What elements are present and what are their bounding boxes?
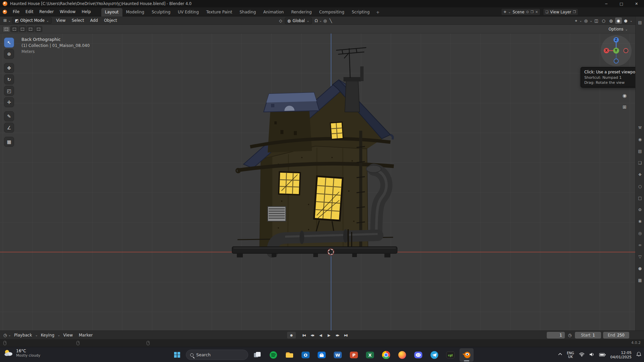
- shading-solid-icon[interactable]: ◍: [608, 17, 614, 24]
- jump-to-start-button[interactable]: ▮◀: [300, 332, 308, 339]
- select-mode-intersect[interactable]: [35, 26, 42, 32]
- falloff-icon[interactable]: ╲: [328, 18, 333, 23]
- close-icon[interactable]: ×: [535, 10, 538, 14]
- firefox-icon[interactable]: [395, 348, 409, 362]
- timeline-editor-icon[interactable]: ◷: [2, 333, 8, 338]
- options-dropdown[interactable]: Options ⌄: [606, 26, 631, 33]
- snap-magnet-icon[interactable]: Ω: [313, 18, 319, 23]
- menu-edit[interactable]: Edit: [22, 7, 36, 16]
- tab-shading[interactable]: Shading: [236, 8, 260, 16]
- tab-compositing[interactable]: Compositing: [315, 8, 348, 16]
- properties-editor-icon[interactable]: ▤: [636, 18, 644, 26]
- tab-scripting[interactable]: Scripting: [348, 8, 373, 16]
- add-workspace-button[interactable]: +: [373, 8, 382, 16]
- powerpoint-icon[interactable]: P: [347, 348, 361, 362]
- haunted-house-model[interactable]: [231, 47, 399, 261]
- excel-icon[interactable]: X: [363, 348, 377, 362]
- tab-output[interactable]: ▤: [636, 147, 644, 155]
- tab-modifiers[interactable]: ⚙: [636, 206, 644, 214]
- tool-move[interactable]: ✥: [4, 63, 14, 73]
- menu-view-timeline[interactable]: View: [60, 331, 76, 340]
- transform-pivot-icon[interactable]: ◇: [278, 18, 283, 23]
- menu-keying[interactable]: Keying: [38, 331, 57, 340]
- tool-add-cube[interactable]: ▦: [4, 137, 14, 147]
- close-button[interactable]: ✕: [629, 0, 644, 7]
- start-button[interactable]: [170, 348, 184, 362]
- menu-playback[interactable]: Playback: [11, 331, 35, 340]
- menu-help[interactable]: Help: [78, 7, 94, 16]
- select-mode-set[interactable]: [3, 26, 10, 32]
- word-icon[interactable]: W: [331, 348, 345, 362]
- overlays-icon[interactable]: ◎: [583, 18, 589, 23]
- camera-view-icon[interactable]: ◉: [620, 91, 629, 100]
- menu-view[interactable]: View: [53, 16, 68, 25]
- blender-taskbar-icon[interactable]: [460, 348, 474, 362]
- jump-to-end-button[interactable]: ▶▮: [342, 332, 350, 339]
- menu-object[interactable]: Object: [101, 16, 120, 25]
- tool-measure[interactable]: ∠: [4, 123, 14, 133]
- tab-texture-paint[interactable]: Texture Paint: [203, 8, 236, 16]
- select-mode-extend[interactable]: [11, 26, 18, 32]
- cgtrader-icon[interactable]: cgt: [443, 348, 458, 362]
- tab-texture[interactable]: ▩: [636, 276, 644, 284]
- tool-annotate[interactable]: ✎: [4, 111, 14, 121]
- search-input[interactable]: Search: [186, 350, 248, 360]
- current-frame-field[interactable]: 1: [547, 332, 565, 339]
- spotify-icon[interactable]: [266, 348, 280, 362]
- proportional-edit-icon[interactable]: ◎: [322, 18, 328, 23]
- shading-wireframe-icon[interactable]: ○: [600, 17, 607, 24]
- tab-scene[interactable]: ❖: [636, 171, 644, 179]
- play-reverse-button[interactable]: ◀: [317, 332, 324, 339]
- next-keyframe-button[interactable]: ▪▶: [334, 332, 341, 339]
- pin-icon[interactable]: ⊙: [526, 10, 529, 14]
- tab-modeling[interactable]: Modeling: [122, 8, 148, 16]
- gizmo-z-label[interactable]: Z: [615, 38, 617, 42]
- tab-object-data[interactable]: ▽: [636, 253, 644, 261]
- blender-menu-icon[interactable]: [3, 10, 7, 14]
- viewport-canvas[interactable]: Back Orthographic (1) Collection | 01_Ma…: [0, 34, 635, 330]
- tab-particles[interactable]: ✱: [636, 218, 644, 226]
- editor-type-icon[interactable]: ⊞: [2, 18, 8, 23]
- maximize-button[interactable]: □: [614, 0, 629, 7]
- gizmo-y-label[interactable]: Y: [615, 49, 617, 52]
- menu-file[interactable]: File: [10, 7, 22, 16]
- battery-icon[interactable]: [599, 352, 606, 358]
- menu-render[interactable]: Render: [36, 7, 57, 16]
- tab-sculpting[interactable]: Sculpting: [148, 8, 174, 16]
- minimize-button[interactable]: ─: [599, 0, 614, 7]
- mode-dropdown[interactable]: ◩ Object Mode ⌄: [12, 17, 52, 24]
- toggle-ortho-icon[interactable]: ⊞: [620, 103, 629, 111]
- tray-expand-icon[interactable]: [558, 353, 562, 357]
- tab-uv-editing[interactable]: UV Editing: [174, 8, 203, 16]
- gizmo-x-label[interactable]: X: [605, 49, 608, 52]
- menu-window[interactable]: Window: [57, 7, 78, 16]
- file-explorer-icon[interactable]: [282, 348, 297, 362]
- task-view-icon[interactable]: [250, 348, 264, 362]
- tab-physics[interactable]: ◎: [636, 229, 644, 237]
- view-layer-selector[interactable]: ❏ View Layer ❐: [543, 8, 578, 15]
- discord-icon[interactable]: [411, 348, 425, 362]
- tool-transform[interactable]: ✛: [4, 97, 14, 107]
- play-button[interactable]: ▶: [325, 332, 333, 339]
- outlook-icon[interactable]: O: [299, 348, 313, 362]
- volume-icon[interactable]: [589, 352, 594, 358]
- menu-add[interactable]: Add: [87, 16, 101, 25]
- navigation-gizmo[interactable]: X Z Y: [601, 35, 632, 66]
- copy-icon[interactable]: ❐: [573, 10, 576, 14]
- shading-material-icon[interactable]: ◉: [615, 17, 622, 24]
- tool-rotate[interactable]: ↻: [4, 74, 14, 84]
- tab-constraints[interactable]: ∞: [636, 241, 644, 249]
- menu-marker[interactable]: Marker: [76, 331, 96, 340]
- tab-animation[interactable]: Animation: [260, 8, 287, 16]
- tab-object[interactable]: □: [636, 194, 644, 202]
- tab-render[interactable]: ◉: [636, 135, 644, 143]
- scene-selector[interactable]: ❖ ⌄ Scene ⊙ ❐ ×: [501, 8, 540, 15]
- tool-scale[interactable]: ◰: [4, 86, 14, 96]
- tab-material[interactable]: ●: [636, 264, 644, 273]
- orientation-dropdown[interactable]: ◍ Global ⌄: [285, 17, 312, 24]
- clock-widget[interactable]: 12:05 04/01/2025: [610, 351, 632, 359]
- store-icon[interactable]: [315, 348, 329, 362]
- prev-keyframe-button[interactable]: ◀▪: [309, 332, 316, 339]
- select-mode-invert[interactable]: [27, 26, 34, 32]
- tab-view-layer[interactable]: ❏: [636, 159, 644, 167]
